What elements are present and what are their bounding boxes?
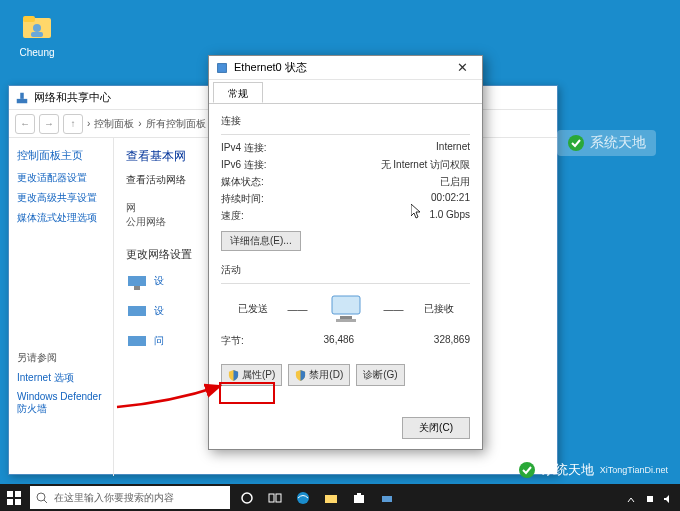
- adapter-icon: [126, 300, 148, 322]
- network-icon: [15, 91, 29, 105]
- bytes-sent: 36,486: [324, 334, 355, 348]
- svg-rect-5: [20, 92, 24, 98]
- start-button[interactable]: [0, 484, 28, 511]
- sent-label: 已发送: [238, 302, 268, 316]
- settings-icon: [380, 491, 394, 505]
- up-button[interactable]: ↑: [63, 114, 83, 134]
- duration-value: 00:02:21: [431, 192, 470, 206]
- tray-up-button[interactable]: [626, 491, 640, 505]
- edge-icon: [296, 491, 310, 505]
- sidebar-link-firewall[interactable]: Windows Defender 防火墙: [17, 391, 105, 416]
- breadcrumb-sep: ›: [138, 118, 141, 129]
- taskview-button[interactable]: [262, 484, 288, 511]
- svg-rect-30: [647, 496, 653, 502]
- svg-point-25: [297, 492, 309, 504]
- cortana-icon: [240, 491, 254, 505]
- svg-rect-29: [382, 496, 392, 502]
- svg-rect-16: [7, 491, 13, 497]
- duration-label: 持续时间:: [221, 192, 264, 206]
- disable-label: 禁用(D): [309, 368, 343, 382]
- svg-rect-18: [7, 499, 13, 505]
- details-button[interactable]: 详细信息(E)...: [221, 231, 301, 251]
- adapter-label: 设: [154, 274, 164, 288]
- speed-value: 1.0 Gbps: [429, 209, 470, 223]
- svg-rect-27: [354, 495, 364, 503]
- diagnose-button[interactable]: 诊断(G): [356, 364, 404, 386]
- breadcrumb-sep: ›: [87, 118, 90, 129]
- disable-button[interactable]: 禁用(D): [288, 364, 350, 386]
- svg-rect-10: [218, 63, 227, 72]
- search-icon: [36, 492, 48, 504]
- shield-icon: [295, 370, 306, 381]
- sidebar-home[interactable]: 控制面板主页: [17, 148, 105, 163]
- svg-point-22: [242, 493, 252, 503]
- dash: ——: [384, 304, 404, 315]
- forward-button[interactable]: →: [39, 114, 59, 134]
- section-activity: 活动: [221, 263, 470, 277]
- media-label: 媒体状态:: [221, 175, 264, 189]
- close-button[interactable]: ✕: [448, 60, 476, 75]
- explorer-button[interactable]: [318, 484, 344, 511]
- back-button[interactable]: ←: [15, 114, 35, 134]
- network-tray-icon: [644, 493, 656, 505]
- control-panel-task[interactable]: [374, 484, 400, 511]
- bytes-recv: 328,869: [434, 334, 470, 348]
- ipv4-label: IPv4 连接:: [221, 141, 267, 155]
- taskview-icon: [268, 491, 282, 505]
- breadcrumb-part1[interactable]: 控制面板: [94, 117, 134, 131]
- divider: [221, 134, 470, 135]
- cortana-button[interactable]: [234, 484, 260, 511]
- volume-icon: [662, 493, 674, 505]
- adapter-label: 问: [154, 334, 164, 348]
- adapter-label: 设: [154, 304, 164, 318]
- taskbar: 在这里输入你要搜索的内容: [0, 484, 680, 511]
- recv-label: 已接收: [424, 302, 454, 316]
- ethernet-icon: [215, 61, 229, 75]
- search-box[interactable]: 在这里输入你要搜索的内容: [30, 486, 230, 509]
- media-value: 已启用: [440, 175, 470, 189]
- search-placeholder: 在这里输入你要搜索的内容: [54, 491, 174, 505]
- tab-general[interactable]: 常规: [213, 82, 263, 103]
- folder-icon: [324, 491, 338, 505]
- svg-rect-12: [340, 316, 352, 319]
- sidebar-link-sharing[interactable]: 更改高级共享设置: [17, 191, 105, 205]
- svg-rect-11: [332, 296, 360, 314]
- user-folder-icon: [21, 10, 53, 42]
- logo-icon: [567, 134, 585, 152]
- logo-icon: [518, 461, 536, 479]
- dialog-titlebar[interactable]: Ethernet0 状态 ✕: [209, 56, 482, 80]
- svg-rect-13: [336, 319, 356, 322]
- watermark-text: 系统天地: [590, 134, 646, 152]
- sidebar-link-adapter[interactable]: 更改适配器设置: [17, 171, 105, 185]
- ethernet-status-dialog: Ethernet0 状态 ✕ 常规 连接 IPv4 连接:Internet IP…: [208, 55, 483, 450]
- svg-rect-8: [128, 306, 146, 316]
- desktop-icon-user[interactable]: Cheung: [12, 10, 62, 58]
- system-tray: [626, 491, 680, 505]
- sidebar-footer-heading: 另请参阅: [17, 351, 105, 365]
- store-button[interactable]: [346, 484, 372, 511]
- svg-rect-3: [31, 32, 43, 37]
- dialog-title: Ethernet0 状态: [234, 60, 307, 75]
- edge-button[interactable]: [290, 484, 316, 511]
- ipv6-label: IPv6 连接:: [221, 158, 267, 172]
- properties-button[interactable]: 属性(P): [221, 364, 282, 386]
- svg-point-14: [568, 135, 584, 151]
- close-dialog-button[interactable]: 关闭(C): [402, 417, 470, 439]
- speed-label: 速度:: [221, 209, 244, 223]
- shield-icon: [228, 370, 239, 381]
- sidebar-link-internet-options[interactable]: Internet 选项: [17, 371, 105, 385]
- breadcrumb-part2[interactable]: 所有控制面板: [146, 117, 206, 131]
- tray-network[interactable]: [644, 491, 658, 505]
- adapter-icon: [126, 330, 148, 352]
- svg-rect-6: [128, 276, 146, 286]
- windows-icon: [7, 491, 21, 505]
- tray-volume[interactable]: [662, 491, 676, 505]
- dash: ——: [288, 304, 308, 315]
- svg-rect-19: [15, 499, 21, 505]
- chevron-up-icon: [626, 495, 636, 505]
- svg-rect-1: [23, 16, 35, 22]
- svg-rect-26: [325, 495, 337, 503]
- svg-rect-17: [15, 491, 21, 497]
- window-title: 网络和共享中心: [34, 90, 111, 105]
- sidebar-link-media[interactable]: 媒体流式处理选项: [17, 211, 105, 225]
